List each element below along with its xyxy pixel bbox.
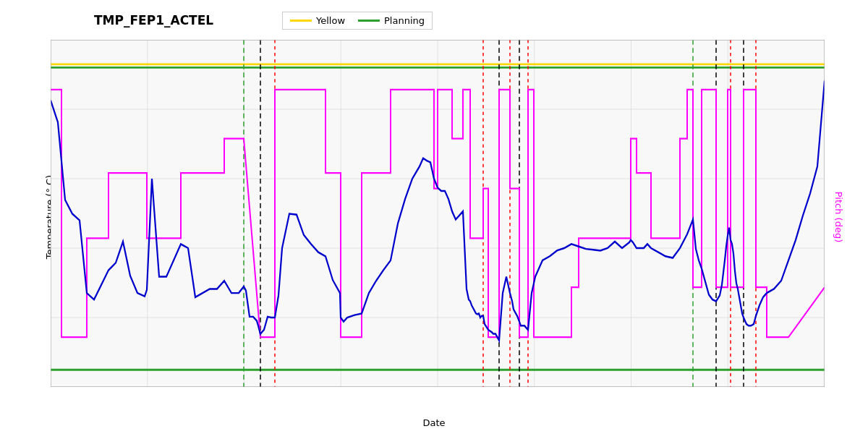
legend-yellow: Yellow bbox=[290, 15, 345, 26]
yellow-line-icon bbox=[290, 20, 312, 22]
chart-title: TMP_FEP1_ACTEL bbox=[94, 13, 213, 27]
legend-planning: Planning bbox=[358, 15, 425, 26]
y-axis-right-label: Pitch (deg) bbox=[833, 192, 843, 242]
chart-container: TMP_FEP1_ACTEL Yellow Planning Temperatu… bbox=[0, 0, 868, 434]
legend-planning-label: Planning bbox=[384, 15, 425, 26]
legend: Yellow Planning bbox=[282, 12, 433, 30]
legend-yellow-label: Yellow bbox=[316, 15, 345, 26]
main-chart: 0 10 20 30 40 40 60 80 100 120 140 160 1… bbox=[51, 40, 825, 387]
x-axis-label: Date bbox=[422, 417, 445, 428]
planning-line-icon bbox=[358, 20, 380, 22]
